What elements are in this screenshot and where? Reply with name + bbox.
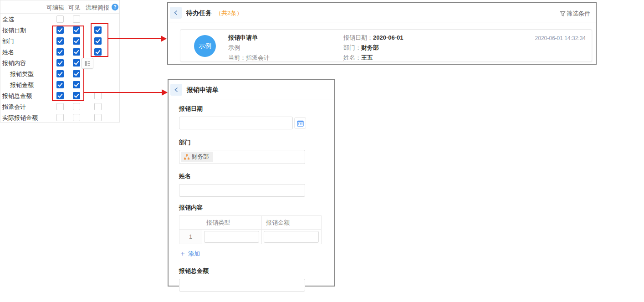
column-label-editable: 可编辑: [46, 4, 64, 12]
row-label: 部门: [2, 37, 14, 46]
checkbox-editable-actual-expense-amount[interactable]: [56, 114, 64, 121]
highlight-rect-process-brief: [91, 23, 108, 57]
permission-column-header: 可编辑 可见 流程简报 ?: [0, 0, 119, 14]
add-row-button[interactable]: ＋ 添加: [179, 250, 206, 258]
checkbox-visible-assigned-accountant[interactable]: [73, 103, 80, 110]
field-value: 财务部: [361, 44, 379, 51]
filter-label: 筛选条件: [567, 10, 590, 18]
annotation-arrow-to-task-list: [108, 38, 162, 39]
name-input[interactable]: [179, 184, 305, 197]
expense-form-panel: 报销申请单 报销日期 部门: [168, 79, 335, 287]
task-card-field-summary: 报销日期：2020-06-01 部门：财务部 姓名：王五: [343, 33, 404, 63]
annotation-arrow-to-form: [84, 92, 163, 93]
label-department: 部门: [179, 138, 334, 147]
checkbox-brief-expense-total[interactable]: [94, 92, 102, 99]
highlight-rect-editable-visible: [52, 26, 84, 101]
expense-date-input[interactable]: [179, 117, 293, 129]
task-current-node: 当前：指派会计: [228, 53, 270, 63]
table-row: 1: [179, 230, 322, 244]
label-expense-content: 报销内容: [179, 204, 334, 212]
task-panel-title: 待办任务（共2条）: [186, 9, 242, 17]
task-card[interactable]: 示例 报销申请单 示例 当前：指派会计 报销日期：2020-06-01 部门：财…: [180, 29, 592, 62]
document-list-icon: [84, 61, 91, 67]
expense-type-column-header: 报销类型: [202, 216, 262, 230]
column-label-process-brief: 流程简报: [86, 4, 109, 12]
field-label: 姓名：: [343, 54, 361, 61]
expense-amount-input[interactable]: [264, 231, 319, 243]
row-label: 姓名: [2, 48, 14, 56]
table-header-row: 报销类型 报销金额: [179, 216, 322, 230]
task-card-main-info: 报销申请单 示例 当前：指派会计: [228, 33, 270, 63]
annotation-arrowhead-top: [161, 36, 167, 42]
summary-expense-date: 报销日期：2020-06-01: [343, 33, 404, 43]
field-label: 部门：: [343, 44, 361, 51]
row-label: 报销类型: [10, 70, 34, 78]
annotation-arrowhead-bottom: [162, 89, 168, 96]
avatar: 示例: [194, 35, 216, 57]
checkbox-visible-select-all[interactable]: [73, 15, 80, 23]
add-row-label: 添加: [188, 250, 200, 258]
funnel-icon: [560, 11, 566, 17]
back-button[interactable]: [170, 7, 182, 19]
summary-name: 姓名：王五: [343, 53, 404, 63]
help-icon[interactable]: ?: [112, 4, 118, 10]
label-expense-total: 报销总金额: [179, 267, 334, 275]
index-column-header: [179, 216, 202, 230]
row-label: 指派会计: [2, 103, 26, 111]
checkbox-brief-assigned-accountant[interactable]: [94, 103, 102, 110]
row-label: 全选: [2, 15, 14, 24]
checkbox-visible-actual-expense-amount[interactable]: [73, 114, 80, 121]
form-panel-title: 报销申请单: [187, 86, 219, 94]
summary-department: 部门：财务部: [343, 43, 404, 53]
plus-icon: ＋: [179, 251, 186, 257]
form-layout-popover-icon[interactable]: [82, 58, 93, 69]
checkbox-editable-select-all[interactable]: [56, 15, 64, 23]
filter-button[interactable]: 筛选条件: [560, 10, 590, 18]
row-label: 报销日期: [2, 26, 26, 35]
row-label: 报销金额: [10, 81, 34, 89]
field-value: 2020-06-01: [373, 34, 404, 41]
label-expense-date: 报销日期: [179, 105, 334, 113]
expense-content-table: 报销类型 报销金额 1: [179, 215, 322, 244]
calendar-button[interactable]: [294, 117, 306, 129]
calendar-icon: [297, 120, 304, 127]
label-name: 姓名: [179, 172, 334, 180]
row-label: 实际报销金额: [2, 114, 38, 122]
form-panel-header: 报销申请单: [169, 80, 334, 99]
chevron-left-icon: [173, 10, 179, 16]
expense-date-field: [179, 117, 334, 129]
org-tree-icon: [184, 154, 190, 160]
row-actual-expense-amount: 实际报销金额: [0, 112, 119, 123]
task-title: 报销申请单: [228, 33, 270, 43]
task-count-badge: （共2条）: [215, 10, 242, 16]
expense-amount-cell: [262, 230, 322, 244]
row-label: 报销总金额: [2, 92, 32, 100]
back-button[interactable]: [170, 84, 182, 96]
checkbox-editable-assigned-accountant[interactable]: [56, 103, 64, 110]
department-picker[interactable]: 财务部: [179, 150, 305, 164]
task-timestamp: 2020-06-01 14:32:34: [535, 35, 586, 41]
title-text: 待办任务: [186, 9, 212, 16]
chevron-left-icon: [174, 87, 179, 93]
todo-task-panel: 待办任务（共2条） 筛选条件 示例 报销申请单 示例 当前：指派会计 报销日期：…: [167, 2, 597, 65]
expense-amount-column-header: 报销金额: [262, 216, 322, 230]
field-label: 报销日期：: [343, 34, 373, 41]
expense-type-cell: [202, 230, 262, 244]
expense-type-input[interactable]: [204, 231, 259, 243]
expense-total-input[interactable]: [179, 279, 305, 292]
task-subtitle: 示例: [228, 43, 270, 53]
checkbox-brief-actual-expense-amount[interactable]: [94, 114, 102, 121]
row-index: 1: [179, 230, 202, 244]
form-body: 报销日期 部门 财务部: [169, 99, 334, 292]
row-label: 报销内容: [2, 59, 26, 67]
field-value: 王五: [361, 54, 373, 61]
department-tag-label: 财务部: [192, 153, 209, 161]
column-label-visible: 可见: [68, 4, 80, 12]
department-tag[interactable]: 财务部: [181, 152, 213, 162]
row-assigned-accountant: 指派会计: [0, 101, 119, 112]
task-panel-header: 待办任务（共2条） 筛选条件: [168, 3, 596, 22]
